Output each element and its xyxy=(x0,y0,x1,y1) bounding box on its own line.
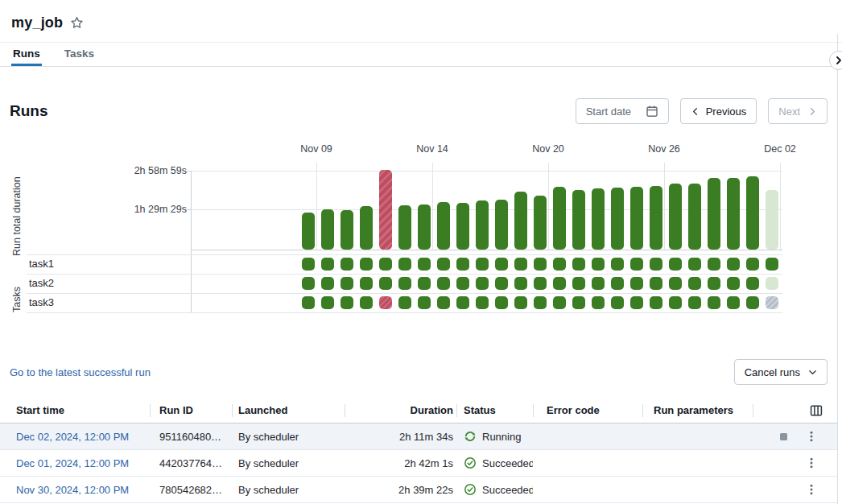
run-duration-bar[interactable] xyxy=(418,204,431,250)
task-run-cell[interactable] xyxy=(437,296,450,309)
task-run-cell[interactable] xyxy=(688,296,701,309)
task-run-cell[interactable] xyxy=(688,277,701,290)
task-run-cell[interactable] xyxy=(592,296,605,309)
col-header-run-parameters[interactable]: Run parameters xyxy=(642,398,753,423)
table-row[interactable]: Nov 30, 2024, 12:00 PM780542682…By sched… xyxy=(0,477,837,503)
task-run-cell[interactable] xyxy=(514,258,527,271)
task-run-cell[interactable] xyxy=(650,277,662,290)
run-duration-bar[interactable] xyxy=(708,178,720,250)
run-duration-bar[interactable] xyxy=(495,200,508,250)
start-time-link[interactable]: Dec 01, 2024, 12:00 PM xyxy=(16,457,129,469)
task-run-cell[interactable] xyxy=(456,296,469,309)
task-run-cell[interactable] xyxy=(398,296,411,309)
task-run-cell[interactable] xyxy=(688,258,701,271)
task-run-cell[interactable] xyxy=(398,277,411,290)
task-run-cell[interactable] xyxy=(669,258,682,271)
task-run-cell[interactable] xyxy=(611,277,624,290)
cancel-runs-button[interactable]: Cancel runs xyxy=(734,359,828,385)
run-duration-bar[interactable] xyxy=(437,202,450,250)
row-menu-button[interactable] xyxy=(805,483,818,496)
task-run-cell[interactable] xyxy=(379,277,392,290)
col-header-duration[interactable]: Duration xyxy=(345,398,456,423)
stop-run-button[interactable] xyxy=(780,433,787,440)
task-run-cell[interactable] xyxy=(534,258,547,271)
task-run-cell[interactable] xyxy=(476,277,489,290)
run-duration-bar[interactable] xyxy=(572,190,585,250)
run-duration-bar[interactable] xyxy=(360,206,373,250)
task-run-cell[interactable] xyxy=(341,258,353,271)
task-run-cell[interactable] xyxy=(302,258,315,271)
task-run-cell[interactable] xyxy=(650,258,662,271)
task-run-cell[interactable] xyxy=(456,277,469,290)
task-run-cell[interactable] xyxy=(746,258,759,271)
run-duration-bar[interactable] xyxy=(592,188,605,250)
table-row[interactable]: Dec 02, 2024, 12:00 PM951160480…By sched… xyxy=(0,423,837,450)
task-run-cell[interactable] xyxy=(418,258,431,271)
task-run-cell[interactable] xyxy=(302,296,315,309)
task-run-cell[interactable] xyxy=(611,258,624,271)
task-run-cell[interactable] xyxy=(379,258,392,271)
task-run-cell[interactable] xyxy=(708,258,720,271)
run-duration-bar[interactable] xyxy=(766,190,778,250)
run-duration-bar[interactable] xyxy=(611,188,624,250)
col-header-error-code[interactable]: Error code xyxy=(533,398,642,423)
run-duration-bar[interactable] xyxy=(534,196,547,250)
run-duration-bar[interactable] xyxy=(688,184,701,250)
col-header-launched[interactable]: Launched xyxy=(232,398,345,423)
run-duration-bar[interactable] xyxy=(553,187,566,250)
tab-runs[interactable]: Runs xyxy=(11,43,42,66)
task-run-cell[interactable] xyxy=(495,296,508,309)
run-duration-bar[interactable] xyxy=(650,186,662,250)
task-run-cell[interactable] xyxy=(341,277,353,290)
task-run-cell[interactable] xyxy=(766,258,778,271)
task-run-cell[interactable] xyxy=(766,277,778,290)
task-run-cell[interactable] xyxy=(630,296,643,309)
task-run-cell[interactable] xyxy=(746,277,759,290)
task-run-cell[interactable] xyxy=(476,258,489,271)
task-run-cell[interactable] xyxy=(341,296,353,309)
run-duration-bar[interactable] xyxy=(321,209,334,250)
table-row[interactable]: Dec 01, 2024, 12:00 PM442037764…By sched… xyxy=(0,450,837,477)
task-run-cell[interactable] xyxy=(553,296,566,309)
task-run-cell[interactable] xyxy=(553,277,566,290)
run-duration-bar[interactable] xyxy=(398,205,411,250)
task-run-cell[interactable] xyxy=(495,277,508,290)
task-run-cell[interactable] xyxy=(514,296,527,309)
task-run-cell[interactable] xyxy=(302,277,315,290)
task-run-cell[interactable] xyxy=(379,296,392,309)
task-run-cell[interactable] xyxy=(321,296,334,309)
task-run-cell[interactable] xyxy=(360,258,373,271)
run-duration-bar[interactable] xyxy=(746,176,759,250)
task-run-cell[interactable] xyxy=(766,296,778,309)
task-run-cell[interactable] xyxy=(495,258,508,271)
start-time-link[interactable]: Dec 02, 2024, 12:00 PM xyxy=(16,431,129,443)
next-button[interactable]: Next xyxy=(768,98,828,124)
run-duration-bar[interactable] xyxy=(456,203,469,250)
task-run-cell[interactable] xyxy=(727,296,740,309)
start-time-link[interactable]: Nov 30, 2024, 12:00 PM xyxy=(16,484,129,496)
previous-button[interactable]: Previous xyxy=(680,98,757,124)
task-run-cell[interactable] xyxy=(456,258,469,271)
run-duration-bar[interactable] xyxy=(727,178,740,250)
run-duration-bar[interactable] xyxy=(302,213,315,250)
task-run-cell[interactable] xyxy=(534,296,547,309)
task-run-cell[interactable] xyxy=(630,258,643,271)
run-duration-bar[interactable] xyxy=(379,170,392,250)
task-run-cell[interactable] xyxy=(727,258,740,271)
task-run-cell[interactable] xyxy=(592,277,605,290)
task-run-cell[interactable] xyxy=(321,258,334,271)
task-run-cell[interactable] xyxy=(669,296,682,309)
task-run-cell[interactable] xyxy=(534,277,547,290)
task-run-cell[interactable] xyxy=(572,296,585,309)
task-run-cell[interactable] xyxy=(708,296,720,309)
task-run-cell[interactable] xyxy=(418,296,431,309)
task-run-cell[interactable] xyxy=(321,277,334,290)
task-run-cell[interactable] xyxy=(437,258,450,271)
col-header-start-time[interactable]: Start time xyxy=(0,398,150,423)
run-duration-bar[interactable] xyxy=(630,187,643,250)
task-run-cell[interactable] xyxy=(360,277,373,290)
run-duration-bar[interactable] xyxy=(476,200,489,250)
expand-panel-button[interactable] xyxy=(829,51,842,70)
task-run-cell[interactable] xyxy=(572,277,585,290)
run-duration-bar[interactable] xyxy=(514,192,527,250)
